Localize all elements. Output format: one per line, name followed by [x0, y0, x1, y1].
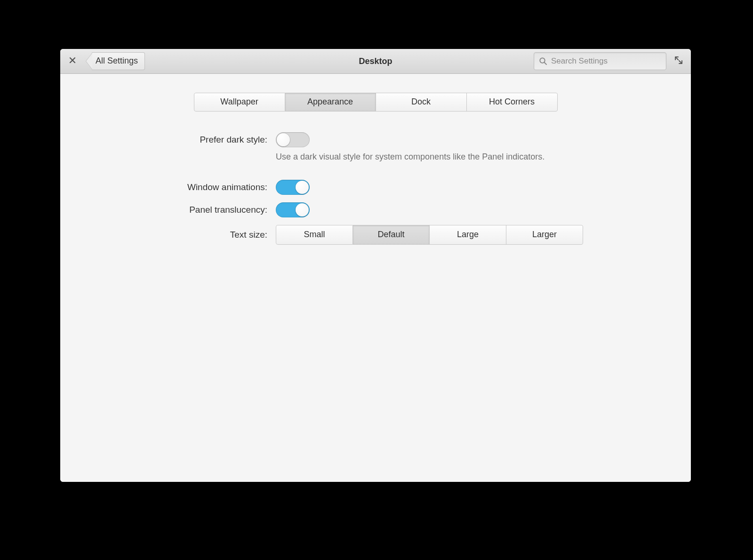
search-icon: [539, 57, 547, 65]
tab-wallpaper[interactable]: Wallpaper: [194, 93, 285, 112]
text-size-larger[interactable]: Larger: [506, 225, 583, 245]
label-text-size: Text size:: [60, 230, 267, 240]
label-panel-translucency: Panel translucency:: [60, 205, 267, 215]
close-icon: [69, 57, 76, 65]
text-size-switcher: Small Default Large Larger: [276, 225, 583, 245]
back-button-label: All Settings: [92, 52, 145, 70]
svg-line-1: [545, 63, 547, 65]
toggle-dark-style[interactable]: [276, 132, 310, 147]
label-window-animations: Window animations:: [60, 182, 267, 192]
window-body: Wallpaper Appearance Dock Hot Corners Pr…: [60, 74, 691, 482]
text-size-default[interactable]: Default: [353, 225, 430, 245]
close-button[interactable]: [65, 54, 80, 69]
toggle-panel-translucency[interactable]: [276, 202, 310, 217]
label-dark-style: Prefer dark style:: [60, 135, 267, 145]
search-input[interactable]: [550, 56, 661, 66]
text-size-large[interactable]: Large: [430, 225, 506, 245]
search-field[interactable]: [534, 52, 666, 70]
titlebar: All Settings Desktop: [60, 49, 691, 74]
tab-hot-corners[interactable]: Hot Corners: [467, 93, 558, 112]
settings-window: All Settings Desktop: [60, 49, 691, 482]
tab-appearance[interactable]: Appearance: [285, 93, 376, 112]
text-size-small[interactable]: Small: [276, 225, 353, 245]
description-dark-style: Use a dark visual style for system compo…: [276, 152, 586, 162]
maximize-icon: [675, 56, 682, 66]
toggle-window-animations[interactable]: [276, 180, 310, 195]
tab-dock[interactable]: Dock: [376, 93, 467, 112]
appearance-form: Prefer dark style: Use a dark visual sty…: [60, 132, 691, 245]
view-switcher: Wallpaper Appearance Dock Hot Corners: [60, 93, 691, 112]
maximize-button[interactable]: [671, 54, 686, 69]
back-button[interactable]: All Settings: [86, 53, 145, 70]
